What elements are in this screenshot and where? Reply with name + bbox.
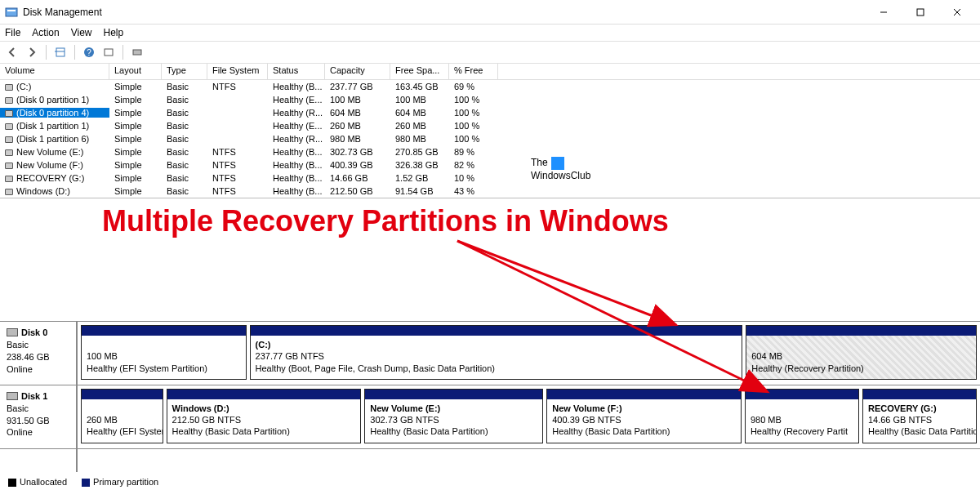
disk-label[interactable]: Disk 1Basic931.50 GBOnline — [0, 385, 78, 448]
forward-button[interactable] — [23, 43, 41, 61]
table-row[interactable]: (Disk 1 partition 6)SimpleBasicHealthy (… — [0, 132, 980, 145]
drive-icon — [5, 149, 13, 156]
back-button[interactable] — [3, 43, 21, 61]
col-filesystem[interactable]: File System — [207, 64, 268, 79]
partition[interactable]: 604 MBHealthy (Recovery Partition) — [746, 325, 977, 380]
drive-icon — [5, 136, 13, 143]
col-volume[interactable]: Volume — [0, 64, 109, 79]
disk-graphical-view: Disk 0Basic238.46 GBOnline 100 MBHealthy… — [0, 321, 980, 490]
col-pctfree[interactable]: % Free — [449, 64, 498, 79]
menubar: File Action View Help — [0, 24, 980, 41]
svg-line-12 — [457, 241, 676, 325]
table-row[interactable]: RECOVERY (G:)SimpleBasicNTFSHealthy (B..… — [0, 172, 980, 185]
col-capacity[interactable]: Capacity — [325, 64, 390, 79]
menu-view[interactable]: View — [71, 27, 92, 38]
drive-icon — [5, 84, 13, 91]
drive-icon — [5, 123, 13, 130]
drive-icon — [5, 189, 13, 195]
partition[interactable]: 980 MBHealthy (Recovery Partit — [745, 389, 859, 443]
partition[interactable]: New Volume (E:)302.73 GB NTFSHealthy (Ba… — [364, 389, 543, 443]
disk-label[interactable]: Disk 0Basic238.46 GBOnline — [0, 322, 78, 385]
drive-icon — [5, 176, 13, 182]
disk-row: Disk 0Basic238.46 GBOnline 100 MBHealthy… — [0, 321, 980, 385]
drive-icon — [5, 163, 13, 169]
drive-icon — [5, 97, 13, 104]
properties-button[interactable] — [128, 43, 146, 61]
svg-rect-1 — [7, 10, 16, 11]
view-button[interactable] — [51, 43, 69, 61]
col-layout[interactable]: Layout — [109, 64, 162, 79]
table-header: Volume Layout Type File System Status Ca… — [0, 64, 980, 80]
app-icon — [5, 6, 18, 19]
svg-rect-0 — [6, 8, 17, 16]
maximize-button[interactable] — [902, 0, 938, 24]
help-button[interactable]: ? — [80, 43, 98, 61]
svg-rect-11 — [133, 50, 141, 55]
partition[interactable]: 260 MBHealthy (EFI System — [81, 389, 163, 443]
annotation-text: Multiple Recovery Partitions in Windows — [102, 204, 669, 238]
partition[interactable]: Windows (D:)212.50 GB NTFSHealthy (Basic… — [167, 389, 362, 443]
col-status[interactable]: Status — [268, 64, 325, 79]
table-row[interactable]: New Volume (F:)SimpleBasicNTFSHealthy (B… — [0, 158, 980, 172]
table-row[interactable]: Windows (D:)SimpleBasicNTFSHealthy (B...… — [0, 185, 980, 198]
window-title: Disk Management — [23, 7, 102, 18]
titlebar: Disk Management — [0, 0, 980, 24]
svg-text:?: ? — [87, 48, 91, 57]
col-type[interactable]: Type — [162, 64, 207, 79]
partition[interactable]: 100 MBHealthy (EFI System Partition) — [81, 325, 247, 380]
disk-icon — [7, 392, 18, 400]
partition[interactable]: (C:)237.77 GB NTFSHealthy (Boot, Page Fi… — [250, 325, 743, 380]
svg-rect-3 — [917, 9, 924, 16]
watermark-logo-icon — [551, 157, 564, 170]
drive-icon — [5, 110, 13, 117]
svg-rect-10 — [105, 49, 113, 56]
menu-help[interactable]: Help — [104, 27, 124, 38]
table-row[interactable]: (Disk 0 partition 1)SimpleBasicHealthy (… — [0, 93, 980, 106]
partition[interactable]: New Volume (F:)400.39 GB NTFSHealthy (Ba… — [546, 389, 742, 443]
partition[interactable]: RECOVERY (G:)14.66 GB NTFSHealthy (Basic… — [862, 389, 977, 443]
watermark: The WindowsClub — [531, 157, 590, 181]
table-row[interactable]: (Disk 0 partition 4)SimpleBasicHealthy (… — [0, 106, 980, 119]
legend: UnallocatedPrimary partition — [0, 472, 980, 490]
col-freespace[interactable]: Free Spa... — [390, 64, 449, 79]
toolbar: ? — [0, 41, 980, 64]
disk-row: Disk 1Basic931.50 GBOnline 260 MBHealthy… — [0, 385, 980, 448]
table-row[interactable]: (Disk 1 partition 1)SimpleBasicHealthy (… — [0, 119, 980, 132]
table-row[interactable]: New Volume (E:)SimpleBasicNTFSHealthy (B… — [0, 145, 980, 158]
menu-file[interactable]: File — [5, 27, 20, 38]
close-button[interactable] — [938, 0, 975, 24]
menu-action[interactable]: Action — [32, 27, 59, 38]
table-row[interactable]: (C:)SimpleBasicNTFSHealthy (B...237.77 G… — [0, 80, 980, 93]
minimize-button[interactable] — [865, 0, 902, 24]
disk-icon — [7, 328, 18, 336]
refresh-button[interactable] — [100, 43, 118, 61]
svg-rect-6 — [56, 48, 65, 56]
volume-table: Volume Layout Type File System Status Ca… — [0, 64, 980, 198]
